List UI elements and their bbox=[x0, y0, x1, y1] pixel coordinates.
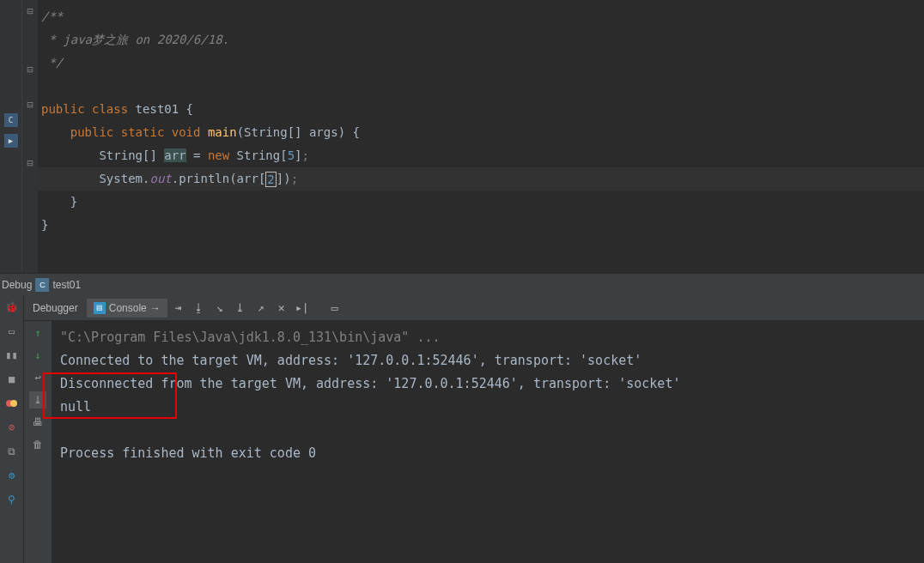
close-brace: } bbox=[70, 195, 77, 209]
rerun-debug-icon[interactable]: 🐞 bbox=[3, 299, 21, 316]
console-line: Disconnected from the target VM, address… bbox=[60, 372, 915, 396]
print-icon[interactable]: 🖶 bbox=[29, 414, 46, 431]
down-stack-icon[interactable]: ↓ bbox=[29, 347, 46, 364]
params: (String[] args) { bbox=[237, 125, 360, 139]
mute-breakpoints-icon[interactable]: ⊘ bbox=[3, 419, 21, 436]
pin-icon[interactable]: ⚲ bbox=[3, 491, 21, 508]
console-null-output: null bbox=[60, 396, 915, 419]
console-icon: ▤ bbox=[94, 302, 106, 314]
fold-icon[interactable]: ⊟ bbox=[27, 5, 33, 17]
show-exec-point-icon[interactable]: ⇥ bbox=[169, 299, 188, 318]
kw-static: static bbox=[121, 125, 165, 139]
code-text: /** bbox=[41, 9, 63, 23]
debug-title: Debug bbox=[2, 279, 32, 291]
console-toolbar: ↑ ↓ ↩ ⤓ 🖶 🗑 bbox=[24, 321, 52, 563]
code-text: String[] bbox=[99, 148, 164, 162]
stop-icon[interactable]: ■ bbox=[3, 371, 21, 388]
fn-main: main bbox=[208, 125, 237, 139]
run-config-icon: C bbox=[35, 278, 49, 292]
console-line: Connected to the target VM, address: '12… bbox=[60, 349, 915, 372]
close-brace: } bbox=[41, 218, 48, 232]
kw-void: void bbox=[172, 125, 201, 139]
drop-frame-icon[interactable]: ✕ bbox=[272, 299, 291, 318]
layout-icon[interactable]: ⧉ bbox=[3, 443, 21, 460]
console-exit-line: Process finished with exit code 0 bbox=[60, 442, 915, 465]
out-field: out bbox=[149, 172, 171, 185]
clear-icon[interactable]: 🗑 bbox=[29, 436, 46, 453]
num-literal: 5 bbox=[288, 148, 295, 162]
code-editor: C ▶ ⊟ ⊟ ⊟ ⊟ /** * java梦之旅 on 2020/6/18. … bbox=[0, 0, 924, 273]
console-output[interactable]: "C:\Program Files\Java\jdk1.8.0_131\bin\… bbox=[52, 321, 924, 563]
kw-class: class bbox=[92, 102, 128, 116]
console-area: ↑ ↓ ↩ ⤓ 🖶 🗑 "C:\Program Files\Java\jdk1.… bbox=[24, 321, 924, 563]
console-command: "C:\Program Files\Java\jdk1.8.0_131\bin\… bbox=[60, 326, 915, 349]
tab-debugger[interactable]: Debugger bbox=[26, 299, 85, 318]
force-step-into-icon[interactable]: ⤓ bbox=[231, 299, 250, 318]
debug-panel-header: Debug C test01 bbox=[0, 274, 924, 295]
debug-panel: Debug C test01 🐞 ▭ ▮▮ ■ ⊘ ⧉ ⚙ ⚲ Debugger… bbox=[0, 273, 924, 563]
debug-tabbar: Debugger ▤Console → ⇥ ⭳ ↘ ⤓ ↗ ✕ ▸| ▭ bbox=[24, 295, 924, 321]
kw-new: new bbox=[208, 148, 229, 162]
fold-gutter: ⊟ ⊟ ⊟ ⊟ bbox=[22, 0, 38, 273]
evaluate-icon[interactable]: ▭ bbox=[325, 299, 344, 318]
code-text: * java梦之旅 on 2020/6/18. bbox=[41, 33, 229, 46]
code-text: */ bbox=[41, 56, 63, 70]
pause-icon[interactable]: ▮▮ bbox=[3, 347, 21, 364]
up-stack-icon[interactable]: ↑ bbox=[29, 324, 46, 342]
caret-num: 2 bbox=[265, 172, 276, 187]
kw-public: public bbox=[70, 125, 114, 139]
method-gutter-icon[interactable]: ▶ bbox=[4, 134, 18, 148]
soft-wrap-icon[interactable]: ↩ bbox=[29, 369, 46, 386]
breakpoints-icon[interactable] bbox=[3, 395, 21, 412]
class-name: test01 bbox=[136, 102, 179, 116]
scroll-end-icon[interactable]: ⤓ bbox=[29, 391, 46, 409]
var-arr: arr bbox=[164, 148, 185, 162]
step-out-icon[interactable]: ↗ bbox=[252, 299, 271, 318]
fold-icon[interactable]: ⊟ bbox=[27, 64, 33, 76]
debug-side-toolbar: 🐞 ▭ ▮▮ ■ ⊘ ⧉ ⚙ ⚲ bbox=[0, 295, 24, 563]
code-pane[interactable]: /** * java梦之旅 on 2020/6/18. */ public cl… bbox=[38, 0, 924, 273]
kw-public: public bbox=[41, 102, 85, 116]
tab-console[interactable]: ▤Console → bbox=[87, 299, 167, 318]
step-over-icon[interactable]: ⭳ bbox=[190, 299, 209, 318]
fold-icon[interactable]: ⊟ bbox=[27, 99, 33, 111]
run-config-name: test01 bbox=[52, 279, 81, 291]
run-to-cursor-icon[interactable]: ▸| bbox=[293, 299, 312, 318]
step-into-icon[interactable]: ↘ bbox=[210, 299, 229, 318]
fold-icon[interactable]: ⊟ bbox=[27, 157, 33, 169]
resume-icon[interactable]: ▭ bbox=[3, 323, 21, 340]
settings-icon[interactable]: ⚙ bbox=[3, 467, 21, 484]
class-gutter-icon[interactable]: C bbox=[4, 113, 18, 127]
editor-left-gutter: C ▶ bbox=[0, 0, 22, 273]
